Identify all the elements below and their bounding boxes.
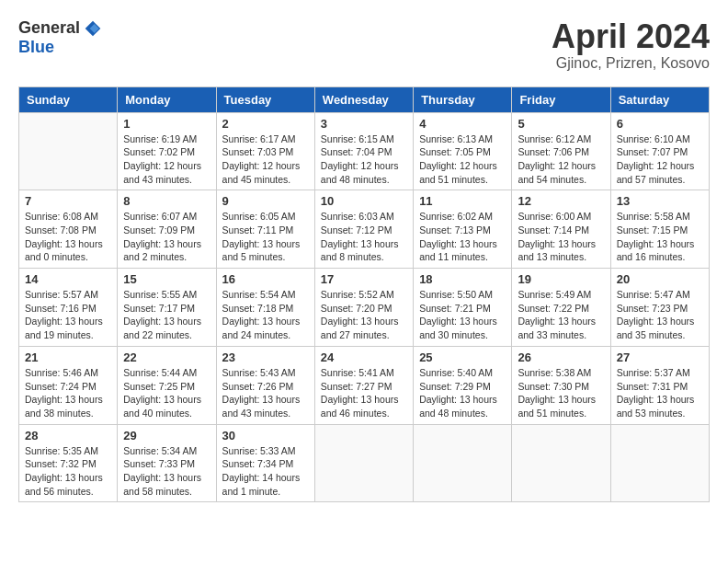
calendar-cell: 7Sunrise: 6:08 AM Sunset: 7:08 PM Daylig… xyxy=(19,190,118,269)
day-number: 30 xyxy=(222,429,309,442)
calendar-cell: 3Sunrise: 6:15 AM Sunset: 7:04 PM Daylig… xyxy=(314,112,413,190)
day-number: 29 xyxy=(123,429,210,442)
day-number: 6 xyxy=(617,117,703,131)
calendar-week-row: 14Sunrise: 5:57 AM Sunset: 7:16 PM Dayli… xyxy=(19,269,710,347)
day-info: Sunrise: 6:17 AM Sunset: 7:03 PM Dayligh… xyxy=(222,132,309,187)
day-info: Sunrise: 5:50 AM Sunset: 7:21 PM Dayligh… xyxy=(419,288,506,342)
calendar-cell: 29Sunrise: 5:34 AM Sunset: 7:33 PM Dayli… xyxy=(118,424,216,502)
day-info: Sunrise: 6:07 AM Sunset: 7:09 PM Dayligh… xyxy=(123,210,210,264)
day-info: Sunrise: 6:03 AM Sunset: 7:12 PM Dayligh… xyxy=(321,210,407,264)
day-info: Sunrise: 6:10 AM Sunset: 7:07 PM Dayligh… xyxy=(617,132,703,187)
calendar-day-header: Monday xyxy=(118,86,216,112)
day-number: 13 xyxy=(617,194,703,208)
calendar-cell: 30Sunrise: 5:33 AM Sunset: 7:34 PM Dayli… xyxy=(216,424,314,502)
month-title: April 2024 xyxy=(552,18,710,55)
day-number: 21 xyxy=(25,350,111,364)
day-number: 28 xyxy=(25,429,111,442)
calendar-cell: 2Sunrise: 6:17 AM Sunset: 7:03 PM Daylig… xyxy=(216,112,314,190)
day-number: 7 xyxy=(25,194,111,208)
day-number: 26 xyxy=(518,350,604,364)
calendar-cell: 26Sunrise: 5:38 AM Sunset: 7:30 PM Dayli… xyxy=(512,346,610,424)
calendar-cell: 14Sunrise: 5:57 AM Sunset: 7:16 PM Dayli… xyxy=(19,269,118,347)
calendar-cell: 4Sunrise: 6:13 AM Sunset: 7:05 PM Daylig… xyxy=(414,112,512,190)
day-info: Sunrise: 6:00 AM Sunset: 7:14 PM Dayligh… xyxy=(518,210,604,264)
calendar-cell: 27Sunrise: 5:37 AM Sunset: 7:31 PM Dayli… xyxy=(610,346,709,424)
calendar-day-header: Wednesday xyxy=(314,86,413,112)
day-number: 4 xyxy=(419,117,506,131)
calendar-cell: 1Sunrise: 6:19 AM Sunset: 7:02 PM Daylig… xyxy=(118,112,216,190)
day-number: 20 xyxy=(617,272,703,286)
day-info: Sunrise: 6:02 AM Sunset: 7:13 PM Dayligh… xyxy=(419,210,506,264)
calendar-cell: 15Sunrise: 5:55 AM Sunset: 7:17 PM Dayli… xyxy=(118,269,216,347)
calendar-week-row: 21Sunrise: 5:46 AM Sunset: 7:24 PM Dayli… xyxy=(19,346,710,424)
day-info: Sunrise: 5:34 AM Sunset: 7:33 PM Dayligh… xyxy=(123,444,210,499)
day-info: Sunrise: 5:44 AM Sunset: 7:25 PM Dayligh… xyxy=(123,366,210,420)
calendar-cell: 23Sunrise: 5:43 AM Sunset: 7:26 PM Dayli… xyxy=(216,346,314,424)
calendar-cell: 11Sunrise: 6:02 AM Sunset: 7:13 PM Dayli… xyxy=(414,190,512,269)
calendar-header-row: SundayMondayTuesdayWednesdayThursdayFrid… xyxy=(19,86,710,112)
page-header: General Blue April 2024 Gjinoc, Prizren,… xyxy=(18,18,710,72)
day-number: 18 xyxy=(419,272,506,286)
logo-icon xyxy=(84,19,102,38)
day-number: 1 xyxy=(123,117,210,131)
day-number: 5 xyxy=(518,117,604,131)
calendar-day-header: Friday xyxy=(512,86,610,112)
calendar-cell: 13Sunrise: 5:58 AM Sunset: 7:15 PM Dayli… xyxy=(610,190,709,269)
calendar-cell: 10Sunrise: 6:03 AM Sunset: 7:12 PM Dayli… xyxy=(314,190,413,269)
day-info: Sunrise: 5:52 AM Sunset: 7:20 PM Dayligh… xyxy=(321,288,407,342)
day-info: Sunrise: 5:38 AM Sunset: 7:30 PM Dayligh… xyxy=(518,366,604,420)
day-info: Sunrise: 5:58 AM Sunset: 7:15 PM Dayligh… xyxy=(617,210,703,264)
calendar-day-header: Sunday xyxy=(19,86,118,112)
day-number: 25 xyxy=(419,350,506,364)
calendar-cell: 17Sunrise: 5:52 AM Sunset: 7:20 PM Dayli… xyxy=(314,269,413,347)
day-number: 12 xyxy=(518,194,604,208)
day-info: Sunrise: 5:49 AM Sunset: 7:22 PM Dayligh… xyxy=(518,288,604,342)
day-number: 14 xyxy=(25,272,111,286)
logo-blue-text: Blue xyxy=(18,38,54,57)
day-number: 27 xyxy=(617,350,703,364)
calendar-cell: 24Sunrise: 5:41 AM Sunset: 7:27 PM Dayli… xyxy=(314,346,413,424)
day-number: 15 xyxy=(123,272,210,286)
day-number: 17 xyxy=(321,272,407,286)
day-number: 24 xyxy=(321,350,407,364)
day-info: Sunrise: 5:40 AM Sunset: 7:29 PM Dayligh… xyxy=(419,366,506,420)
title-block: April 2024 Gjinoc, Prizren, Kosovo xyxy=(552,18,710,72)
calendar-week-row: 7Sunrise: 6:08 AM Sunset: 7:08 PM Daylig… xyxy=(19,190,710,269)
day-info: Sunrise: 6:13 AM Sunset: 7:05 PM Dayligh… xyxy=(419,132,506,187)
day-number: 8 xyxy=(123,194,210,208)
day-info: Sunrise: 6:19 AM Sunset: 7:02 PM Dayligh… xyxy=(123,132,210,187)
calendar-cell: 8Sunrise: 6:07 AM Sunset: 7:09 PM Daylig… xyxy=(118,190,216,269)
calendar-cell: 20Sunrise: 5:47 AM Sunset: 7:23 PM Dayli… xyxy=(610,269,709,347)
calendar-day-header: Thursday xyxy=(414,86,512,112)
day-info: Sunrise: 5:57 AM Sunset: 7:16 PM Dayligh… xyxy=(25,288,111,342)
calendar-cell: 28Sunrise: 5:35 AM Sunset: 7:32 PM Dayli… xyxy=(19,424,118,502)
day-number: 16 xyxy=(222,272,309,286)
calendar-day-header: Saturday xyxy=(610,86,709,112)
calendar-cell xyxy=(610,424,709,502)
calendar-week-row: 28Sunrise: 5:35 AM Sunset: 7:32 PM Dayli… xyxy=(19,424,710,502)
calendar-cell: 25Sunrise: 5:40 AM Sunset: 7:29 PM Dayli… xyxy=(414,346,512,424)
day-number: 23 xyxy=(222,350,309,364)
calendar-cell: 21Sunrise: 5:46 AM Sunset: 7:24 PM Dayli… xyxy=(19,346,118,424)
calendar-table: SundayMondayTuesdayWednesdayThursdayFrid… xyxy=(18,86,710,503)
day-info: Sunrise: 6:05 AM Sunset: 7:11 PM Dayligh… xyxy=(222,210,309,264)
calendar-cell: 18Sunrise: 5:50 AM Sunset: 7:21 PM Dayli… xyxy=(414,269,512,347)
calendar-cell xyxy=(314,424,413,502)
calendar-cell xyxy=(19,112,118,190)
day-number: 11 xyxy=(419,194,506,208)
calendar-cell: 6Sunrise: 6:10 AM Sunset: 7:07 PM Daylig… xyxy=(610,112,709,190)
calendar-cell: 16Sunrise: 5:54 AM Sunset: 7:18 PM Dayli… xyxy=(216,269,314,347)
calendar-cell xyxy=(414,424,512,502)
calendar-cell: 19Sunrise: 5:49 AM Sunset: 7:22 PM Dayli… xyxy=(512,269,610,347)
day-info: Sunrise: 5:43 AM Sunset: 7:26 PM Dayligh… xyxy=(222,366,309,420)
logo: General Blue xyxy=(18,18,102,57)
calendar-cell: 22Sunrise: 5:44 AM Sunset: 7:25 PM Dayli… xyxy=(118,346,216,424)
day-info: Sunrise: 6:12 AM Sunset: 7:06 PM Dayligh… xyxy=(518,132,604,187)
day-info: Sunrise: 6:08 AM Sunset: 7:08 PM Dayligh… xyxy=(25,210,111,264)
calendar-cell xyxy=(512,424,610,502)
day-info: Sunrise: 5:37 AM Sunset: 7:31 PM Dayligh… xyxy=(617,366,703,420)
calendar-cell: 12Sunrise: 6:00 AM Sunset: 7:14 PM Dayli… xyxy=(512,190,610,269)
day-info: Sunrise: 5:33 AM Sunset: 7:34 PM Dayligh… xyxy=(222,444,309,499)
day-info: Sunrise: 6:15 AM Sunset: 7:04 PM Dayligh… xyxy=(321,132,407,187)
day-info: Sunrise: 5:46 AM Sunset: 7:24 PM Dayligh… xyxy=(25,366,111,420)
